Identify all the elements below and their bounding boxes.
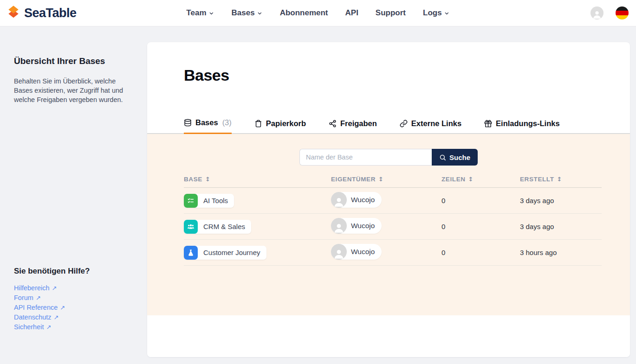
search-icon xyxy=(439,154,446,161)
sidebar-title: Übersicht Ihrer Bases xyxy=(14,56,124,66)
table-header-row: BASE↕ EIGENTÜMER↕ ZEILEN↕ ERSTELLT↕ xyxy=(184,176,602,188)
owner-name: Wucojo xyxy=(347,248,375,256)
nav-item-bases[interactable]: Bases xyxy=(232,8,263,18)
table-row: CRM & Sales Wucojo 0 3 days ago xyxy=(184,214,602,240)
rows-count: 0 xyxy=(441,197,520,204)
owner-name: Wucojo xyxy=(347,196,375,204)
gift-icon xyxy=(484,120,492,128)
card-header: Bases xyxy=(147,42,630,84)
created-at: 3 days ago xyxy=(520,197,602,204)
help-link-sicherheit[interactable]: Sicherheit↗ xyxy=(14,322,124,332)
base-badge[interactable]: CRM & Sales xyxy=(184,220,251,234)
external-link-icon: ↗ xyxy=(46,324,51,331)
seatable-logo-icon xyxy=(7,5,19,21)
external-link-icon: ↗ xyxy=(36,294,41,301)
rows-count: 0 xyxy=(441,223,520,230)
main-card: Bases Bases (3) Papierkorb Freigaben Ext… xyxy=(147,42,630,357)
base-badge[interactable]: Customer Journey xyxy=(184,246,266,260)
brand-wordmark: SeaTable xyxy=(24,6,77,20)
sort-icon: ↕ xyxy=(378,176,384,183)
external-link-icon: ↗ xyxy=(52,285,57,292)
external-link-icon: ↗ xyxy=(54,314,59,321)
tab-bases-count: (3) xyxy=(222,118,232,127)
person-icon xyxy=(333,222,345,234)
tab-externe-links[interactable]: Externe Links xyxy=(400,118,461,134)
trash-icon xyxy=(254,120,262,128)
nav-item-abonnement[interactable]: Abonnement xyxy=(280,8,328,18)
tab-bases[interactable]: Bases (3) xyxy=(184,118,232,134)
search-input[interactable] xyxy=(299,149,432,166)
bases-panel: Suche BASE↕ EIGENTÜMER↕ ZEILEN↕ ERSTELLT… xyxy=(147,134,630,315)
base-badge[interactable]: AI Tools xyxy=(184,194,234,208)
tab-einladungs-links[interactable]: Einladungs-Links xyxy=(484,118,560,134)
chevron-down-icon xyxy=(209,11,214,16)
share-icon xyxy=(329,120,337,128)
rows-count: 0 xyxy=(441,249,520,256)
database-icon xyxy=(184,119,192,127)
help-title: Sie benötigen Hilfe? xyxy=(14,267,124,276)
person-icon xyxy=(333,196,345,208)
owner-pill: Wucojo xyxy=(331,244,382,260)
tabs: Bases (3) Papierkorb Freigaben Externe L… xyxy=(147,118,630,134)
tab-freigaben[interactable]: Freigaben xyxy=(329,118,377,134)
person-icon xyxy=(333,248,345,260)
topbar-right xyxy=(591,6,629,19)
nav-item-team[interactable]: Team xyxy=(186,8,214,18)
base-name: AI Tools xyxy=(198,197,228,204)
sort-icon: ↕ xyxy=(557,176,563,183)
flask-icon xyxy=(184,246,198,260)
page-body: Übersicht Ihrer Bases Behalten Sie im Üb… xyxy=(0,26,636,357)
tab-papierkorb[interactable]: Papierkorb xyxy=(254,118,306,134)
checklist-icon xyxy=(184,194,198,208)
nav-item-support[interactable]: Support xyxy=(376,8,406,18)
owner-avatar xyxy=(331,218,347,234)
column-header-eigentuemer[interactable]: EIGENTÜMER↕ xyxy=(331,176,441,183)
created-at: 3 days ago xyxy=(520,223,602,230)
column-header-erstellt[interactable]: ERSTELLT↕ xyxy=(520,176,602,183)
help-link-forum[interactable]: Forum↗ xyxy=(14,293,124,303)
help-section: Sie benötigen Hilfe? Hilfebereich↗ Forum… xyxy=(14,267,124,332)
nav-item-api[interactable]: API xyxy=(345,8,358,18)
owner-avatar xyxy=(331,244,347,260)
table-row: AI Tools Wucojo 0 3 days ago xyxy=(184,188,602,214)
owner-pill: Wucojo xyxy=(331,218,382,234)
nav-item-logs[interactable]: Logs xyxy=(423,8,450,18)
chevron-down-icon xyxy=(444,11,450,16)
created-at: 3 hours ago xyxy=(520,249,602,256)
german-flag-icon[interactable] xyxy=(616,6,629,19)
person-icon xyxy=(592,9,602,19)
main-navigation: Team Bases Abonnement API Support Logs xyxy=(186,8,449,18)
seatable-logo[interactable]: SeaTable xyxy=(7,5,77,21)
link-icon xyxy=(400,120,408,128)
user-avatar[interactable] xyxy=(591,6,604,19)
sidebar-description: Behalten Sie im Überblick, welche Bases … xyxy=(14,77,124,104)
chevron-down-icon xyxy=(257,11,263,16)
base-name: CRM & Sales xyxy=(198,223,245,230)
owner-avatar xyxy=(331,192,347,208)
sidebar: Übersicht Ihrer Bases Behalten Sie im Üb… xyxy=(14,42,147,357)
people-icon xyxy=(184,220,198,234)
table-row: Customer Journey Wucojo 0 3 hours ago xyxy=(184,240,602,266)
search-button[interactable]: Suche xyxy=(432,149,478,166)
column-header-base[interactable]: BASE↕ xyxy=(184,176,331,183)
base-name: Customer Journey xyxy=(198,249,260,256)
help-link-api-reference[interactable]: API Reference↗ xyxy=(14,303,124,313)
help-link-hilfebereich[interactable]: Hilfebereich↗ xyxy=(14,283,124,293)
page-title: Bases xyxy=(184,66,593,84)
search-bar: Suche xyxy=(147,134,630,166)
owner-pill: Wucojo xyxy=(331,192,382,208)
sort-icon: ↕ xyxy=(205,176,211,183)
bases-table: BASE↕ EIGENTÜMER↕ ZEILEN↕ ERSTELLT↕ AI T… xyxy=(147,176,630,266)
column-header-zeilen[interactable]: ZEILEN↕ xyxy=(441,176,520,183)
card-footer xyxy=(147,315,630,357)
owner-name: Wucojo xyxy=(347,222,375,230)
help-link-datenschutz[interactable]: Datenschutz↗ xyxy=(14,313,124,322)
sort-icon: ↕ xyxy=(468,176,474,183)
top-nav: SeaTable Team Bases Abonnement API Suppo… xyxy=(0,0,636,26)
external-link-icon: ↗ xyxy=(60,304,65,311)
